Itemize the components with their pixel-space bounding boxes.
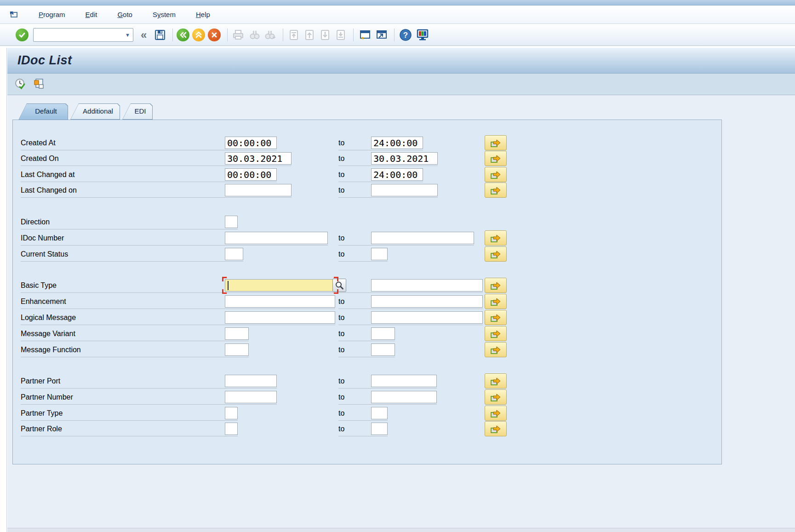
input-direction[interactable] [225,216,238,228]
multiple-selection-button[interactable] [485,389,507,405]
command-dropdown-icon[interactable]: ▼ [125,32,130,38]
input-enhancement-to[interactable] [371,295,483,308]
row-underline [338,261,388,262]
input-message-function-from[interactable] [225,343,249,356]
input-last-changed-on-to[interactable] [371,184,438,196]
input-last-changed-on-from[interactable] [225,184,292,196]
multiple-selection-button[interactable] [485,151,507,166]
multiple-selection-button[interactable] [485,373,507,389]
input-last-changed-at-from[interactable] [225,168,277,181]
input-partner-number-from[interactable] [225,391,277,403]
multiple-selection-button[interactable] [485,406,507,421]
input-enhancement-from[interactable] [225,295,335,308]
input-created-at-from[interactable] [225,137,277,149]
command-input[interactable] [35,29,122,41]
control-menu-icon[interactable] [9,11,18,19]
form-row-last-changed-at: Last Changed at to [13,167,722,183]
enter-icon[interactable] [16,29,29,41]
form-row-idoc-number: IDoc Number to [13,230,722,246]
find-icon [249,29,261,41]
row-underline [21,420,238,421]
input-partner-port-to[interactable] [371,375,437,387]
row-underline [338,197,438,198]
left-rail [0,48,7,532]
cancel-icon[interactable] [208,29,221,41]
text-cursor [228,281,229,290]
form-row-partner-number: Partner Number to [13,389,722,406]
input-current-status-from[interactable] [225,248,243,260]
field-label: Partner Role [21,425,62,433]
tab-additional[interactable]: Additional [70,103,120,120]
tab-default[interactable]: Default [18,103,68,120]
input-current-status-to[interactable] [371,248,388,260]
row-underline [21,309,335,309]
input-idoc-number-to[interactable] [371,232,474,244]
row-underline [338,245,474,246]
menu-program[interactable]: Program [39,11,65,18]
input-idoc-number-from[interactable] [225,232,328,244]
collapse-toolbar-icon[interactable]: « [141,29,147,40]
input-message-variant-from[interactable] [225,327,249,340]
menu-system[interactable]: System [153,11,176,18]
row-underline [21,325,335,325]
to-label: to [338,346,344,354]
input-last-changed-at-to[interactable] [371,168,423,181]
input-partner-port-from[interactable] [225,375,277,387]
save-icon[interactable] [154,29,166,41]
create-shortcut-icon[interactable] [375,29,388,40]
menu-edit[interactable]: Edit [86,11,97,18]
input-message-function-to[interactable] [371,343,395,356]
menu-goto[interactable]: Goto [117,11,132,18]
input-partner-role-from[interactable] [225,423,238,435]
input-message-variant-to[interactable] [371,327,395,340]
input-partner-type-to[interactable] [371,407,388,419]
field-label: Basic Type [21,281,57,290]
input-created-at-to[interactable] [371,137,423,149]
execute-icon[interactable] [14,78,27,91]
command-field[interactable]: ▼ [33,28,133,42]
multiple-selection-button[interactable] [485,421,507,436]
customize-layout-icon[interactable] [416,29,429,41]
multiple-selection-button[interactable] [485,135,507,150]
multiple-selection-button[interactable] [485,167,507,182]
input-logical-message-to[interactable] [371,311,483,324]
input-partner-number-to[interactable] [371,391,437,403]
input-basic-type-from[interactable] [225,279,335,292]
form-row-message-function: Message Function to [13,342,722,358]
multiple-selection-button[interactable] [485,278,507,293]
row-underline [338,436,388,436]
row-underline [338,309,483,309]
row-underline [21,229,238,229]
exit-icon[interactable] [192,29,205,41]
screen-body: Default Additional EDI Created At to [7,95,795,532]
multiple-selection-button[interactable] [485,294,507,309]
multiple-selection-button[interactable] [485,342,507,357]
input-logical-message-from[interactable] [225,311,335,324]
get-variant-icon[interactable] [33,78,45,90]
toolbar-separator [283,29,283,41]
field-label: Partner Port [21,377,60,385]
svg-text:?: ? [403,31,408,40]
multiple-selection-button[interactable] [485,326,507,341]
input-partner-role-to[interactable] [371,423,388,435]
multiple-selection-button[interactable] [485,310,507,325]
input-created-on-from[interactable] [225,152,292,165]
new-session-icon[interactable] [358,29,371,40]
row-underline [338,341,395,341]
multiple-selection-button[interactable] [485,183,507,198]
multiple-selection-button[interactable] [485,230,507,246]
multiple-selection-button[interactable] [485,246,507,262]
help-icon[interactable]: ? [399,29,412,41]
row-underline [21,166,292,166]
form-row-enhancement: Enhancement to [13,294,722,310]
input-created-on-to[interactable] [371,152,438,165]
toolbar-separator [227,29,228,41]
input-basic-type-to[interactable] [371,279,483,292]
back-icon[interactable] [177,29,189,41]
to-label: to [338,154,344,163]
menu-help[interactable]: Help [196,11,210,18]
focus-corner [222,289,227,294]
tab-edi[interactable]: EDI [122,103,153,120]
to-label: to [338,234,344,242]
input-partner-type-from[interactable] [225,407,238,419]
